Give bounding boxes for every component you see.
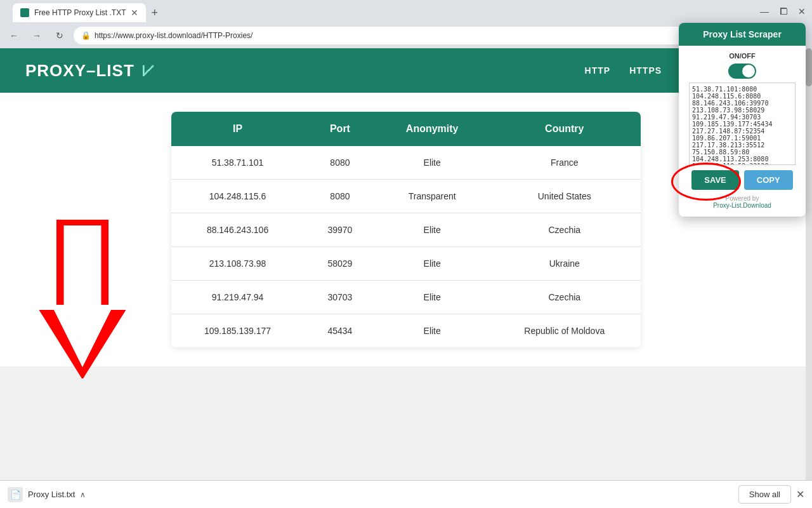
cell-port: 45434 bbox=[304, 314, 376, 348]
cell-port: 8080 bbox=[304, 146, 376, 180]
table-header-row: IP Port Anonymity Country bbox=[171, 112, 641, 146]
cell-anonymity: Elite bbox=[376, 281, 488, 314]
maximize-button[interactable]: ⧠ bbox=[779, 6, 788, 17]
powered-by-text: Powered by bbox=[726, 195, 759, 202]
browser-tab[interactable]: Free HTTP Proxy List .TXT ✕ bbox=[13, 3, 146, 22]
scrollbar-thumb[interactable] bbox=[806, 48, 812, 86]
toggle-knob bbox=[742, 65, 755, 77]
table-row[interactable]: 51.38.71.1018080EliteFrance bbox=[171, 146, 641, 180]
cell-anonymity: Elite bbox=[376, 146, 488, 180]
download-bar: 📄 Proxy List.txt ∧ Show all ✕ bbox=[0, 480, 812, 508]
nav-http[interactable]: HTTP bbox=[585, 65, 611, 76]
address-bar[interactable]: 🔒 https://www.proxy-list.download/HTTP-P… bbox=[74, 27, 716, 44]
security-lock-icon: 🔒 bbox=[81, 31, 91, 40]
table-row[interactable]: 213.108.73.9858029EliteUkraine bbox=[171, 247, 641, 281]
show-all-button[interactable]: Show all bbox=[738, 485, 791, 504]
save-button[interactable]: SAVE bbox=[691, 170, 738, 190]
col-header-anonymity: Anonymity bbox=[376, 112, 488, 146]
tab-favicon bbox=[20, 8, 29, 17]
cell-ip: 213.108.73.98 bbox=[171, 247, 304, 281]
back-button[interactable]: ← bbox=[5, 27, 23, 44]
cell-country: France bbox=[488, 146, 641, 180]
main-content: IP Port Anonymity Country 51.38.71.10180… bbox=[0, 93, 812, 366]
popup-toggle[interactable] bbox=[728, 64, 756, 79]
url-text: https://www.proxy-list.download/HTTP-Pro… bbox=[95, 31, 252, 40]
proxy-scraper-popup: Proxy List Scraper ON/OFF SAVE COPY Powe… bbox=[679, 23, 806, 217]
minimize-button[interactable]: — bbox=[760, 6, 769, 17]
cell-anonymity: Elite bbox=[376, 247, 488, 281]
tab-title: Free HTTP Proxy List .TXT bbox=[34, 8, 126, 17]
arrow-annotation bbox=[35, 220, 130, 381]
cell-anonymity: Transparent bbox=[376, 180, 488, 213]
table-row[interactable]: 91.219.47.9430703EliteCzechia bbox=[171, 281, 641, 314]
download-chevron-icon[interactable]: ∧ bbox=[80, 490, 86, 499]
cell-ip: 88.146.243.106 bbox=[171, 213, 304, 247]
logo-text: PROXY–LIST bbox=[25, 61, 140, 80]
cell-country: United States bbox=[488, 180, 641, 213]
col-header-port: Port bbox=[304, 112, 376, 146]
cell-country: Ukraine bbox=[488, 247, 641, 281]
cell-anonymity: Elite bbox=[376, 314, 488, 348]
proxy-textarea[interactable] bbox=[689, 83, 796, 165]
logo-checkmark: ⩗ bbox=[140, 61, 157, 80]
new-tab-button[interactable]: + bbox=[151, 3, 158, 22]
cell-country: Republic of Moldova bbox=[488, 314, 641, 348]
download-filename: Proxy List.txt bbox=[28, 490, 75, 499]
popup-action-buttons: SAVE COPY bbox=[679, 170, 806, 190]
close-window-button[interactable]: ✕ bbox=[798, 6, 806, 17]
download-file-icon: 📄 bbox=[8, 487, 23, 502]
cell-ip: 109.185.139.177 bbox=[171, 314, 304, 348]
page-scrollbar[interactable] bbox=[806, 48, 812, 508]
powered-by-link[interactable]: Proxy-List.Download bbox=[679, 202, 806, 209]
cell-ip: 104.248.115.6 bbox=[171, 180, 304, 213]
site-logo: PROXY–LIST ⩗ bbox=[25, 61, 157, 81]
nav-https[interactable]: HTTPS bbox=[629, 65, 662, 76]
cell-port: 39970 bbox=[304, 213, 376, 247]
col-header-country: Country bbox=[488, 112, 641, 146]
cell-country: Czechia bbox=[488, 281, 641, 314]
table-row[interactable]: 88.146.243.10639970EliteCzechia bbox=[171, 213, 641, 247]
col-header-ip: IP bbox=[171, 112, 304, 146]
refresh-button[interactable]: ↻ bbox=[51, 27, 69, 44]
forward-button[interactable]: → bbox=[28, 27, 46, 44]
cell-ip: 51.38.71.101 bbox=[171, 146, 304, 180]
cell-anonymity: Elite bbox=[376, 213, 488, 247]
cell-port: 30703 bbox=[304, 281, 376, 314]
popup-toggle-label: ON/OFF bbox=[729, 52, 756, 60]
tab-close-button[interactable]: ✕ bbox=[131, 8, 138, 18]
download-item: 📄 Proxy List.txt ∧ bbox=[8, 487, 86, 502]
table-row[interactable]: 109.185.139.17745434EliteRepublic of Mol… bbox=[171, 314, 641, 348]
popup-title: Proxy List Scraper bbox=[679, 23, 806, 46]
cell-port: 8080 bbox=[304, 180, 376, 213]
copy-button[interactable]: COPY bbox=[744, 170, 793, 190]
download-close-button[interactable]: ✕ bbox=[796, 488, 804, 500]
cell-port: 58029 bbox=[304, 247, 376, 281]
cell-country: Czechia bbox=[488, 213, 641, 247]
popup-powered: Powered by Proxy-List.Download bbox=[679, 195, 806, 209]
cell-ip: 91.219.47.94 bbox=[171, 281, 304, 314]
table-row[interactable]: 104.248.115.68080TransparentUnited State… bbox=[171, 180, 641, 213]
proxy-table: IP Port Anonymity Country 51.38.71.10180… bbox=[171, 112, 641, 347]
